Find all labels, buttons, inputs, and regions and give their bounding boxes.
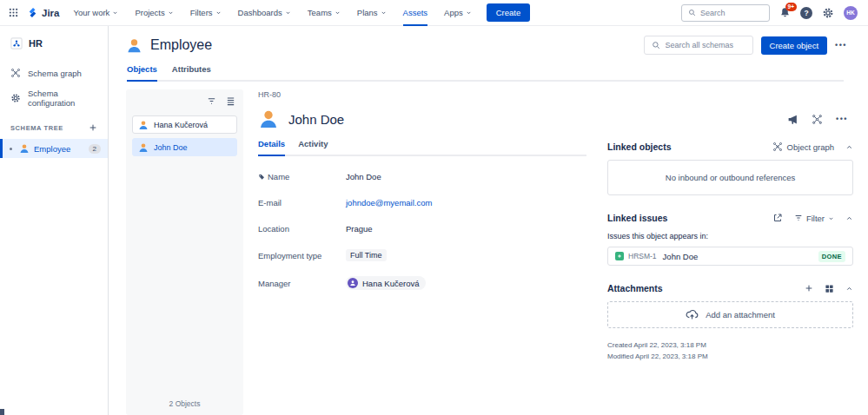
grid-view-icon <box>825 284 834 293</box>
help-button[interactable]: ? <box>800 7 812 19</box>
tab-objects[interactable]: Objects <box>127 64 157 82</box>
object-detail-tabs: Details Activity <box>258 139 586 156</box>
filter-issues-button[interactable]: Filter <box>794 214 834 223</box>
selected-indicator <box>0 139 3 158</box>
give-feedback-button[interactable] <box>787 114 798 125</box>
filter-objects-button[interactable] <box>207 96 216 106</box>
field-value[interactable]: John Doe <box>346 172 381 181</box>
nav-item-plans[interactable]: Plans <box>357 0 387 26</box>
global-search-input[interactable] <box>700 9 761 17</box>
list-icon <box>226 96 235 106</box>
open-issues-externally-button[interactable] <box>772 213 783 223</box>
avatar: HK <box>844 6 858 20</box>
global-search[interactable] <box>681 4 770 22</box>
object-list-item-john[interactable]: John Doe <box>132 138 237 156</box>
breadcrumb[interactable]: HR-80 <box>258 90 851 99</box>
schema-search-input[interactable] <box>666 41 745 49</box>
collapse-attachments-button[interactable] <box>845 285 853 293</box>
created-timestamp: Created April 22, 2023, 3:18 PM <box>607 340 853 352</box>
object-detail-header: John Doe ••• <box>258 109 851 129</box>
object-graph-icon <box>812 114 823 125</box>
employee-avatar-icon <box>138 120 149 130</box>
field-email: E-mail johndoe@myemail.com <box>258 197 586 208</box>
linked-issues-section: Linked issues Filter <box>607 213 853 266</box>
field-label: Manager <box>258 279 346 288</box>
create-button[interactable]: Create <box>487 3 531 22</box>
profile-button[interactable]: HK <box>844 6 858 20</box>
nav-item-assets[interactable]: Assets <box>403 0 428 26</box>
scrollbar-corner <box>0 409 4 415</box>
tab-details[interactable]: Details <box>258 139 285 156</box>
chevron-up-icon <box>845 214 853 222</box>
linked-objects-section: Linked objects Object graph <box>607 142 853 195</box>
manager-name: Hana Kučerová <box>362 279 419 288</box>
linked-objects-empty: No inbound or outbound references <box>607 160 853 195</box>
settings-button[interactable] <box>822 7 834 19</box>
chevron-down-icon <box>828 215 834 221</box>
chevron-down-icon <box>285 10 291 16</box>
status-badge: DONE <box>818 251 845 262</box>
collapse-linked-objects-button[interactable] <box>845 143 853 151</box>
object-list-item-label: John Doe <box>154 143 188 152</box>
sidebar-item-schema-configuration[interactable]: Schema configuration <box>0 83 108 113</box>
sidebar: HR Schema graph Schema configuration SCH… <box>0 26 109 415</box>
create-object-button[interactable]: Create object <box>761 36 828 55</box>
object-actions: ••• <box>787 114 851 125</box>
plus-icon <box>89 123 97 132</box>
employee-avatar-icon <box>258 109 279 129</box>
sidebar-item-label: Employee <box>34 144 70 154</box>
employment-type-lozenge[interactable]: Full Time <box>346 249 387 261</box>
object-list-item-hana[interactable]: Hana Kučerová <box>132 115 237 134</box>
jira-logo[interactable]: Jira <box>27 7 59 18</box>
object-list-toolbar <box>132 96 237 106</box>
schema-header: HR <box>0 37 108 49</box>
attachments-grid-view-button[interactable] <box>825 284 834 293</box>
object-count-footer: 2 Objects <box>126 399 243 408</box>
collapse-linked-issues-button[interactable] <box>845 214 853 222</box>
plus-icon <box>805 284 813 293</box>
object-graph-button[interactable] <box>812 114 823 125</box>
chevron-down-icon <box>335 10 341 16</box>
tab-attributes[interactable]: Attributes <box>172 64 211 80</box>
primary-nav: Your work Projects Filters Dashboards Te… <box>73 0 471 26</box>
sidebar-item-schema-graph[interactable]: Schema graph <box>0 63 108 83</box>
nav-item-dashboards[interactable]: Dashboards <box>238 0 291 26</box>
nav-item-projects[interactable]: Projects <box>135 0 173 26</box>
object-detail-panel: HR-80 John Doe ••• <box>243 89 851 415</box>
object-more-button[interactable]: ••• <box>836 115 848 123</box>
nav-item-apps[interactable]: Apps <box>444 0 472 26</box>
object-side-column: Linked objects Object graph <box>607 139 853 415</box>
add-attachment-button[interactable] <box>805 284 813 293</box>
issue-row[interactable]: HRSM-1 John Doe DONE <box>607 247 853 266</box>
header-more-button[interactable]: ••• <box>835 41 847 49</box>
chevron-down-icon <box>168 10 174 16</box>
app-switcher-button[interactable] <box>9 8 18 17</box>
nav-item-filters[interactable]: Filters <box>190 0 222 26</box>
nav-item-teams[interactable]: Teams <box>308 0 341 26</box>
sidebar-item-employee[interactable]: Employee 2 <box>0 139 108 158</box>
notifications-button[interactable]: 9+ <box>779 7 791 18</box>
add-object-type-button[interactable] <box>89 123 97 132</box>
nav-item-your-work[interactable]: Your work <box>73 0 118 26</box>
search-icon <box>652 41 660 49</box>
field-value[interactable]: Prague <box>346 224 373 234</box>
field-location: Location Prague <box>258 223 586 234</box>
filter-icon <box>207 96 216 106</box>
jira-logo-text: Jira <box>42 8 59 18</box>
attachments-title: Attachments <box>607 283 663 293</box>
email-link[interactable]: johndoe@myemail.com <box>346 198 432 208</box>
modified-timestamp: Modified April 22, 2023, 3:18 PM <box>607 352 853 363</box>
page-title: Employee <box>150 37 212 53</box>
open-in-new-icon <box>772 213 783 223</box>
linked-issues-title: Linked issues <box>607 213 667 223</box>
manager-user-pill[interactable]: Hana Kučerová <box>346 276 426 290</box>
issue-summary: John Doe <box>663 252 699 261</box>
tab-activity[interactable]: Activity <box>298 139 328 155</box>
schema-search[interactable] <box>644 36 753 55</box>
object-list-item-label: Hana Kučerová <box>154 121 208 129</box>
object-type-tabs: Objects Attributes <box>127 64 844 82</box>
label-tag-icon <box>258 174 265 181</box>
list-view-button[interactable] <box>226 96 235 106</box>
attachment-dropzone[interactable]: Add an attachment <box>607 301 853 328</box>
open-object-graph-button[interactable]: Object graph <box>772 142 834 152</box>
